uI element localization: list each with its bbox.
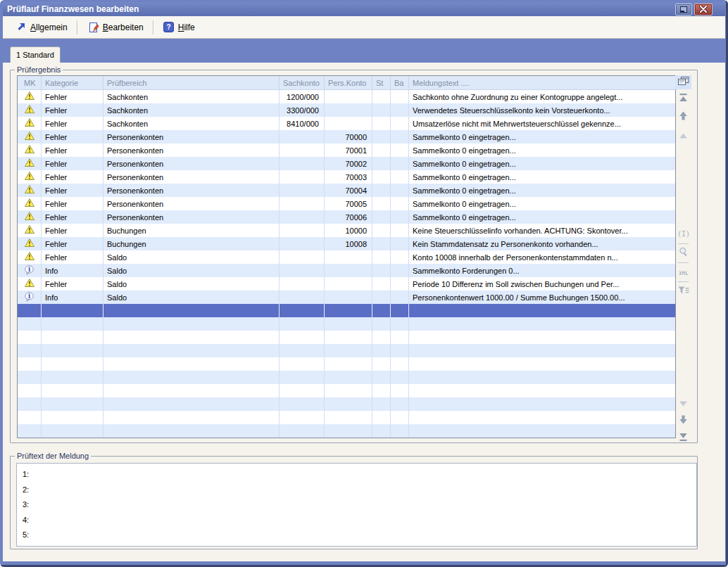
empty-row[interactable]: [18, 424, 675, 438]
cell-pruefbereich: Personenkonten: [103, 197, 280, 210]
toolbar-divider: [77, 20, 78, 34]
cell-ba: [391, 237, 409, 250]
cell-kategorie: Fehler: [42, 170, 103, 184]
cell-meldungstext: Sammelkonto 0 eingetragen...: [409, 157, 675, 170]
empty-row[interactable]: [18, 384, 675, 397]
cell-pers_konto: 70005: [325, 197, 372, 210]
table-row[interactable]: FehlerPersonenkonten70003Sammelkonto 0 e…: [18, 170, 675, 184]
cell-empty: [280, 397, 325, 411]
scroll-up-button[interactable]: [679, 129, 687, 141]
column-header-perskonto[interactable]: Pers.Konto: [325, 76, 372, 90]
cell-meldungstext: Verwendetes Steuerschlüsselkonto kein Vo…: [409, 103, 675, 117]
warning-icon: [18, 103, 42, 117]
bearbeiten-button[interactable]: Bearbeiten: [82, 20, 149, 35]
cell-pruefbereich: Buchungen: [103, 224, 280, 237]
cell-ba: [391, 130, 409, 144]
table-row[interactable]: FehlerPersonenkonten70005Sammelkonto 0 e…: [18, 197, 675, 210]
empty-row[interactable]: [18, 411, 675, 424]
minimize-button[interactable]: [675, 4, 692, 15]
move-down-button[interactable]: [679, 414, 687, 427]
cell-sachkonto: [280, 170, 325, 184]
move-up-icon: [679, 110, 687, 123]
empty-row[interactable]: [18, 357, 675, 371]
empty-row[interactable]: [18, 371, 675, 384]
selected-row[interactable]: [18, 304, 675, 317]
prueftext-line: 2:: [23, 483, 696, 498]
titlebar-buttons: [675, 4, 713, 15]
cell-empty: [18, 317, 42, 331]
scroll-down-icon: [679, 397, 687, 409]
search-button[interactable]: [679, 247, 689, 260]
column-header-pruefbereich[interactable]: Prüfbereich: [103, 76, 280, 90]
warning-icon: [18, 130, 42, 144]
cell-meldungstext: Kein Stammdatensatz zu Personenkonto vor…: [409, 237, 675, 250]
table-row[interactable]: FehlerBuchungen10008Kein Stammdatensatz …: [18, 237, 675, 250]
cell-sachkonto: [280, 184, 325, 197]
cell-empty: [42, 424, 103, 438]
table-row[interactable]: FehlerSachkonten8410/000Umsatzerlöse nic…: [18, 117, 675, 130]
cell-st: [372, 237, 391, 250]
cell-empty: [280, 371, 325, 384]
xml-button[interactable]: XML: [677, 266, 690, 279]
cell-ba: [391, 197, 409, 210]
tab-standard[interactable]: 1 Standard: [10, 46, 61, 63]
cell-meldungstext: Periode 10 Differenz im Soll zwischen Bu…: [409, 277, 675, 291]
cell-empty: [409, 331, 675, 344]
empty-row[interactable]: [18, 331, 675, 344]
empty-row[interactable]: [18, 317, 675, 331]
pruefergebnis-groupbox: Prüfergebnis MK Kategorie Prüfbereich Sa…: [10, 70, 698, 443]
move-down-icon: [679, 414, 687, 427]
cell-sachkonto: [280, 237, 325, 250]
cell-kategorie: Fehler: [42, 130, 103, 144]
brackets-button[interactable]: (I): [678, 228, 689, 241]
cell-empty: [372, 384, 391, 397]
table-row[interactable]: iInfoSaldoSammelkonto Forderungen 0...: [18, 264, 675, 277]
table-row[interactable]: FehlerPersonenkonten70002Sammelkonto 0 e…: [18, 157, 675, 170]
result-table: MK Kategorie Prüfbereich Sachkonto Pers.…: [17, 75, 676, 438]
cell-empty: [103, 344, 280, 357]
cell-kategorie: Fehler: [42, 157, 103, 170]
go-bottom-button[interactable]: [679, 432, 687, 445]
close-button[interactable]: [694, 4, 713, 15]
table-row[interactable]: FehlerPersonenkonten70006Sammelkonto 0 e…: [18, 210, 675, 224]
table-row[interactable]: FehlerSachkonten1200/000Sachkonto ohne Z…: [18, 90, 675, 103]
content-panel: Prüfergebnis MK Kategorie Prüfbereich Sa…: [3, 63, 725, 561]
cell-empty: [409, 384, 675, 397]
table-row[interactable]: iInfoSaldoPersonenkontenwert 1000.00 / S…: [18, 291, 675, 304]
hilfe-button[interactable]: ? Hilfe: [158, 20, 201, 34]
go-top-button[interactable]: [679, 92, 687, 105]
cell-meldungstext: Konto 10008 innerhalb der Personenkonten…: [409, 250, 675, 264]
column-header-sachkonto[interactable]: Sachkonto: [280, 76, 325, 90]
cell-kategorie: Info: [42, 291, 103, 304]
allgemein-button[interactable]: Allgemein: [10, 20, 73, 34]
scroll-down-button[interactable]: [679, 397, 687, 409]
cell-empty: [409, 397, 675, 411]
go-bottom-icon: [679, 432, 687, 445]
cell-st: [372, 250, 391, 264]
prueftext-line: 1:: [23, 467, 696, 483]
cell-empty: [409, 344, 675, 357]
column-header-mk[interactable]: MK: [18, 76, 42, 90]
table-row[interactable]: FehlerPersonenkonten70004Sammelkonto 0 e…: [18, 184, 675, 197]
table-row[interactable]: FehlerSachkonten3300/000Verwendetes Steu…: [18, 103, 675, 117]
column-header-kategorie[interactable]: Kategorie: [42, 76, 103, 90]
cell-empty: [409, 317, 675, 331]
table-row[interactable]: FehlerSaldoPeriode 10 Differenz im Soll …: [18, 277, 675, 291]
cell-empty: [18, 371, 42, 384]
empty-row[interactable]: [18, 397, 675, 411]
table-row[interactable]: FehlerSaldoKonto 10008 innerhalb der Per…: [18, 250, 675, 264]
table-row[interactable]: FehlerPersonenkonten70000Sammelkonto 0 e…: [18, 130, 675, 144]
table-row[interactable]: FehlerBuchungen10000Keine Steuerschlüsse…: [18, 224, 675, 237]
column-header-meldungstext[interactable]: Meldungstext ....: [409, 76, 675, 90]
go-top-icon: [679, 92, 687, 105]
column-header-ba[interactable]: Ba: [391, 76, 409, 90]
column-chooser-button[interactable]: [675, 75, 691, 89]
cell-sachkonto: [280, 277, 325, 291]
empty-row[interactable]: [18, 344, 675, 357]
table-row[interactable]: FehlerPersonenkonten70001Sammelkonto 0 e…: [18, 144, 675, 157]
column-header-st[interactable]: St: [372, 76, 391, 90]
move-up-button[interactable]: [679, 110, 687, 123]
cell-empty: [391, 411, 409, 424]
filter-button[interactable]: [678, 285, 689, 298]
cell-sachkonto: 1200/000: [280, 90, 325, 103]
